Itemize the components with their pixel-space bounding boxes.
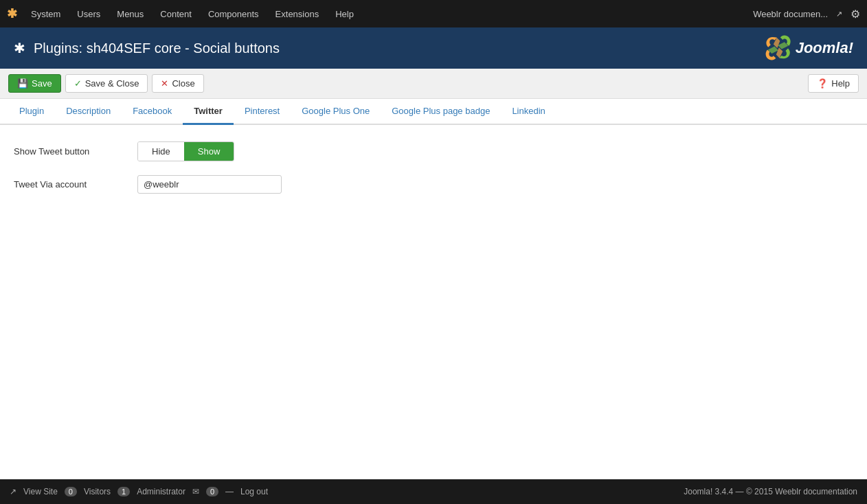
close-button[interactable]: ✕ Close (152, 74, 203, 93)
checkmark-icon: ✓ (74, 78, 82, 89)
joomla-logo: Joomla! (765, 34, 853, 62)
save-close-label: Save & Close (85, 78, 139, 89)
toolbar-left: 💾 Save ✓ Save & Close ✕ Close (8, 74, 204, 93)
save-button[interactable]: 💾 Save (8, 74, 61, 93)
save-label: Save (32, 78, 52, 89)
tweet-via-input[interactable] (137, 175, 282, 194)
mail-icon: ✉ (192, 487, 199, 496)
tweet-via-control (137, 175, 282, 194)
view-site-link[interactable]: View Site (23, 487, 58, 496)
plugin-icon: ✱ (14, 40, 25, 56)
top-navbar: ✱ System Users Menus Content Components … (0, 0, 867, 27)
help-button[interactable]: ❓ Help (808, 74, 859, 93)
tweet-button-toggle: Hide Show (137, 141, 234, 161)
tweet-button-toggle-group: Hide Show (137, 141, 234, 161)
tab-linkedin[interactable]: Linkedin (501, 99, 556, 125)
toolbar-right: ❓ Help (808, 74, 859, 93)
nav-system[interactable]: System (24, 6, 67, 22)
nav-components[interactable]: Components (201, 6, 266, 22)
close-label: Close (172, 78, 194, 89)
main-content: Show Tweet button Hide Show Tweet Via ac… (0, 125, 867, 503)
tabs-bar: Plugin Description Facebook Twitter Pint… (0, 99, 867, 125)
version-text: Joomla! 3.4.4 — © 2015 Weeblr documentat… (684, 487, 857, 496)
page-title: Plugins: sh404SEF core - Social buttons (34, 41, 280, 56)
nav-help[interactable]: Help (328, 6, 361, 22)
tab-facebook[interactable]: Facebook (122, 99, 183, 125)
tab-google-plus-page-badge[interactable]: Google Plus page badge (381, 99, 501, 125)
tweet-show-button[interactable]: Show (184, 142, 234, 161)
tab-twitter[interactable]: Twitter (183, 99, 234, 125)
title-area: ✱ Plugins: sh404SEF core - Social button… (14, 40, 280, 56)
joomla-logo-svg (765, 34, 792, 62)
save-close-button[interactable]: ✓ Save & Close (65, 74, 148, 93)
visitors-label: Visitors (84, 487, 111, 496)
tweet-hide-button[interactable]: Hide (138, 142, 184, 161)
tab-plugin[interactable]: Plugin (8, 99, 55, 125)
external-icon-footer: ↗ (10, 487, 16, 496)
admin-label: Administrator (137, 487, 185, 496)
settings-icon[interactable]: ⚙ (851, 8, 860, 21)
tweet-via-label: Tweet Via account (14, 179, 124, 190)
footer-left: ↗ View Site 0 Visitors 1 Administrator ✉… (10, 487, 268, 496)
nav-content[interactable]: Content (153, 6, 199, 22)
footer: ↗ View Site 0 Visitors 1 Administrator ✉… (0, 479, 867, 503)
nav-extensions[interactable]: Extensions (269, 6, 326, 22)
header-bar: ✱ Plugins: sh404SEF core - Social button… (0, 27, 867, 69)
nav-right: Weeblr documen... ↗ ⚙ (753, 8, 860, 21)
nav-menu: System Users Menus Content Components Ex… (24, 6, 753, 22)
help-icon: ❓ (817, 78, 828, 89)
dash-icon: — (225, 487, 234, 496)
nav-users[interactable]: Users (70, 6, 107, 22)
nav-menus[interactable]: Menus (110, 6, 150, 22)
tab-pinterest[interactable]: Pinterest (234, 99, 291, 125)
weeblr-doc-link[interactable]: Weeblr documen... (753, 9, 828, 19)
tweet-button-label: Show Tweet button (14, 146, 124, 157)
tab-description[interactable]: Description (55, 99, 122, 125)
admin-badge: 1 (117, 487, 130, 496)
messages-badge: 0 (206, 487, 218, 496)
tweet-via-row: Tweet Via account (14, 175, 853, 194)
tweet-button-row: Show Tweet button Hide Show (14, 141, 853, 161)
help-label: Help (831, 78, 850, 89)
save-icon: 💾 (17, 78, 28, 89)
joomla-nav-icon: ✱ (7, 6, 17, 21)
close-icon: ✕ (161, 78, 168, 89)
logout-link[interactable]: Log out (240, 487, 268, 496)
toolbar: 💾 Save ✓ Save & Close ✕ Close ❓ Help (0, 69, 867, 99)
visitors-badge: 0 (65, 487, 77, 496)
tab-google-plus-one[interactable]: Google Plus One (291, 99, 381, 125)
external-link-icon: ↗ (836, 10, 842, 19)
joomla-logo-text: Joomla! (796, 39, 853, 57)
footer-right: Joomla! 3.4.4 — © 2015 Weeblr documentat… (684, 487, 857, 496)
